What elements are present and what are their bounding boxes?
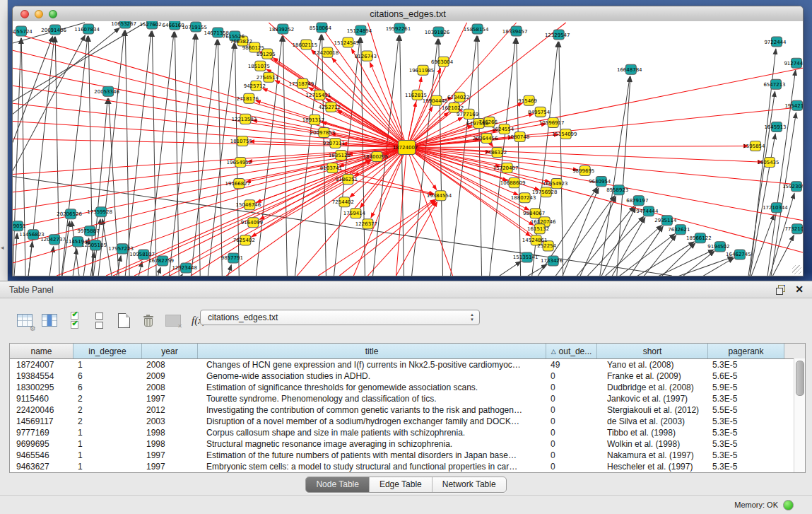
table-cell: 0	[546, 370, 597, 382]
table-select-dropdown[interactable]: citations_edges.txt ▲▼	[200, 310, 480, 325]
delete-rows-icon[interactable]	[139, 311, 158, 329]
table-cell: 5.3E-5	[708, 359, 784, 370]
svg-text:1621022: 1621022	[442, 105, 464, 111]
svg-text:915469: 915469	[518, 98, 537, 104]
table-row[interactable]: 1872400712008Changes of HCN gene express…	[10, 359, 805, 370]
tab-edge-table[interactable]: Edge Table	[369, 477, 432, 492]
svg-text:15135141: 15135141	[513, 254, 539, 260]
column-header-name[interactable]: name	[10, 344, 73, 358]
table-cell: 0	[546, 393, 597, 404]
table-cell: Embryonic stem cells: a model to study s…	[198, 461, 546, 472]
svg-text:12329547: 12329547	[545, 32, 570, 38]
svg-text:16120746: 16120746	[531, 218, 556, 225]
table-cell: 6	[73, 382, 142, 393]
svg-text:18724007: 18724007	[393, 144, 418, 151]
table-row[interactable]: 946362711997Embryonic stem cells: a mode…	[10, 461, 805, 472]
svg-text:1954213: 1954213	[784, 103, 803, 109]
svg-text:15124549: 15124549	[334, 40, 360, 46]
collapse-arrow-icon[interactable]: ◂	[1, 244, 4, 251]
table-row[interactable]: 1456911722003Disruption of a novel membe…	[10, 416, 805, 427]
float-panel-icon[interactable]	[776, 285, 785, 294]
table-panel-titlebar: Table Panel ✕	[0, 281, 812, 298]
table-cell: 1	[73, 427, 142, 438]
table-cell: 2008	[142, 359, 198, 370]
table-row[interactable]: 969969511998Structural magnetic resonanc…	[10, 438, 805, 450]
column-header-in_degree[interactable]: in_degree	[73, 344, 142, 358]
table-cell: Estimation of the future numbers of pati…	[198, 450, 546, 461]
svg-text:1645913: 1645913	[764, 124, 786, 130]
memory-status-label: Memory: OK	[734, 501, 778, 509]
table-row[interactable]: 1830029562008Estimation of significance …	[10, 382, 805, 393]
table-cell: Corpus callosum shape and size in male p…	[198, 427, 546, 438]
column-header-pagerank[interactable]: pagerank	[708, 344, 784, 358]
side-gutter: ◂	[0, 0, 8, 281]
network-graph[interactable]: 1872400776638229860125891295185107527545…	[13, 21, 803, 276]
svg-text:1615132: 1615132	[527, 226, 549, 232]
svg-text:891295: 891295	[257, 51, 276, 57]
show-columns-icon[interactable]	[40, 311, 59, 329]
svg-text:6879197: 6879197	[626, 197, 648, 204]
table-cell: 5.5E-5	[708, 404, 784, 416]
svg-text:15858154: 15858154	[464, 26, 489, 33]
svg-text:20691406: 20691406	[41, 27, 66, 33]
network-window[interactable]: citations_edges.txt 18724007766382298601…	[12, 6, 804, 276]
table-row[interactable]: 946554611997Estimation of the future num…	[10, 450, 805, 461]
network-window-titlebar[interactable]: citations_edges.txt	[13, 6, 803, 22]
table-row[interactable]: 1938455462009Genome-wide association stu…	[10, 370, 805, 382]
merge-boxes-icon[interactable]	[90, 311, 108, 329]
table-cell: Nakamura et al. (1997)	[597, 450, 708, 461]
table-cell: 0	[546, 461, 597, 472]
delete-table-disabled-icon	[164, 311, 182, 329]
svg-text:6734022: 6734022	[447, 94, 469, 100]
table-cell: Estimation of significance thresholds fo…	[198, 382, 546, 393]
resize-grip[interactable]	[792, 265, 801, 274]
new-table-icon[interactable]	[114, 311, 133, 329]
table-cell: Genome-wide association studies in ADHD.	[198, 370, 546, 382]
table-cell: 2009	[142, 370, 198, 382]
svg-text:10391826: 10391826	[425, 29, 450, 35]
svg-text:9194502: 9194502	[707, 243, 729, 250]
table-cell: 5.3E-5	[708, 438, 784, 450]
svg-text:9164099: 9164099	[241, 219, 263, 226]
svg-text:20097853: 20097853	[310, 129, 336, 136]
svg-text:1835128: 1835128	[329, 152, 351, 158]
svg-text:10958107: 10958107	[129, 251, 155, 257]
svg-text:19592261: 19592261	[386, 25, 411, 32]
svg-text:1891317: 1891317	[302, 117, 324, 123]
svg-text:9857791: 9857791	[221, 255, 243, 261]
table-cell: 5.9E-5	[708, 382, 784, 393]
svg-text:16648784: 16648784	[617, 66, 642, 73]
table-cell: 2	[73, 416, 142, 427]
column-header-title[interactable]: title	[198, 344, 546, 358]
network-canvas[interactable]: 1872400776638229860125891295185107527545…	[13, 21, 803, 276]
select-rows-icon[interactable]	[65, 311, 83, 329]
table-cell: Jankovic et al. (1997)	[597, 393, 708, 404]
table-tabs: Node TableEdge TableNetwork Table	[0, 477, 812, 493]
column-header-year[interactable]: year	[142, 344, 198, 358]
tab-node-table[interactable]: Node Table	[306, 477, 369, 492]
table-cell: 0	[546, 438, 597, 450]
table-cell: 0	[546, 416, 597, 427]
table-row[interactable]: 911546021997Tourette syndrome. Phenomeno…	[10, 393, 805, 404]
table-row[interactable]: 977716911998Corpus callosum shape and si…	[10, 427, 805, 438]
table-scrollbar-thumb[interactable]	[796, 361, 804, 396]
svg-text:9884067: 9884067	[523, 210, 545, 216]
table-settings-icon[interactable]: ⚙	[16, 311, 34, 329]
table-cell: 5.3E-5	[708, 450, 784, 461]
table-scrollbar[interactable]	[794, 358, 805, 472]
svg-text:7632621: 7632621	[668, 226, 690, 233]
svg-text:15124894: 15124894	[347, 28, 372, 34]
table-cell: Dudbridge et al. (2008)	[597, 382, 708, 393]
svg-text:9640954: 9640954	[589, 178, 611, 185]
svg-text:18339457: 18339457	[502, 28, 528, 35]
column-header-out_de[interactable]: △out_de...	[546, 344, 597, 358]
svg-text:10596917: 10596917	[539, 119, 565, 126]
column-header-short[interactable]: short	[597, 344, 708, 358]
table-row[interactable]: 2242004622012Investigating the contribut…	[10, 404, 805, 416]
table-cell: 9777169	[10, 427, 73, 438]
svg-text:7254402: 7254402	[332, 199, 354, 205]
svg-text:20364456: 20364456	[473, 135, 498, 141]
close-panel-icon[interactable]: ✕	[795, 284, 804, 295]
table-cell: 1997	[142, 450, 198, 461]
tab-network-table[interactable]: Network Table	[432, 477, 506, 492]
